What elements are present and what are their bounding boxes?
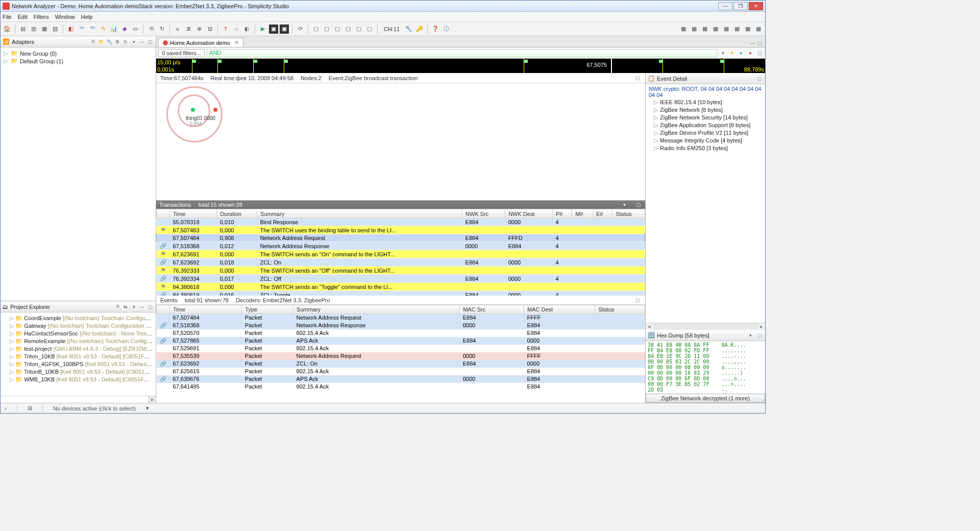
table-row[interactable]: 67,520570Packet802.15.4 AckE884	[157, 329, 645, 337]
channel-label[interactable]: CH:11	[381, 26, 403, 32]
tool-icon[interactable]: ≡	[173, 25, 182, 34]
scroll-left-icon[interactable]: ◂	[646, 323, 653, 330]
project-item[interactable]: ▷ 📁 RemoteExample [(No toolchain) Toolch…	[4, 337, 153, 345]
tool-icon[interactable]: ▧	[51, 25, 60, 34]
minimize-icon[interactable]: —	[138, 303, 145, 310]
menu-help[interactable]: Help	[81, 14, 93, 20]
folder-icon[interactable]: 📁	[97, 38, 105, 45]
maximize-icon[interactable]: ▢	[634, 297, 641, 304]
menu-filters[interactable]: Filters	[34, 14, 49, 20]
tool-icon[interactable]: ▢	[354, 25, 363, 34]
table-row[interactable]: 🔗84,3806190,016ZCL: ToggleE88400004	[157, 291, 645, 296]
maximize-icon[interactable]: ▢	[756, 40, 763, 47]
menu-icon[interactable]: ▾	[130, 38, 137, 45]
perspective-icon[interactable]: ▦	[711, 25, 720, 34]
close-icon[interactable]: ✕	[234, 39, 239, 46]
project-item[interactable]: ▷ 📁 TritonB_10KB [Keil 8051 v9.53 - Defa…	[4, 368, 153, 376]
table-row[interactable]: ⚑67,5074830,000The SWITCH uses the bindi…	[157, 226, 645, 234]
tool-icon[interactable]: ▣	[280, 25, 289, 34]
collapse-icon[interactable]: ⇆	[122, 303, 129, 310]
maximize-icon[interactable]: ▢	[634, 75, 641, 82]
table-row[interactable]: 67,529691Packet802.15.4 AckE884	[157, 345, 645, 352]
status-progress-icon[interactable]: ⊟	[28, 405, 32, 412]
detail-node[interactable]: ▷ZigBee Device Profile V2 [11 bytes]	[647, 129, 764, 137]
tool-icon[interactable]: ↻	[157, 25, 166, 34]
table-row[interactable]: 🔗67,623692PacketZCL: OnE8840000	[157, 360, 645, 368]
hex-dump-content[interactable]: 38 41 88 4B 8A 8A FF 8A.K.... FF 84 E8 0…	[646, 341, 765, 394]
project-tree[interactable]: ▷ 📁 CoordExample [(No toolchain) Toolcha…	[1, 312, 156, 396]
maximize-icon[interactable]: ▢	[146, 303, 154, 310]
tool-icon[interactable]: ⟲	[146, 25, 156, 34]
tool-icon[interactable]: ʰᴰ	[77, 25, 86, 34]
maximize-icon[interactable]: ▢	[756, 332, 763, 339]
tool-icon[interactable]: ▥	[29, 25, 38, 34]
tool-icon[interactable]: ❓	[431, 25, 440, 34]
star-icon[interactable]: ✦	[728, 50, 736, 57]
perspective-icon[interactable]: ▦	[732, 25, 742, 34]
scroll-right-icon[interactable]: ▸	[149, 396, 156, 403]
home-icon[interactable]: 🏠	[3, 25, 12, 34]
maximize-button[interactable]: ❐	[733, 2, 748, 10]
tab-close-icon[interactable]: ✕	[91, 38, 95, 45]
table-row[interactable]: 55,0783180,010Bind ResponseE88400004	[157, 219, 645, 226]
tab-close-icon[interactable]: ✕	[115, 303, 120, 310]
filter-icon[interactable]: ▢	[756, 50, 763, 57]
table-row[interactable]: 🔗67,5183680,012Network Address Response0…	[157, 242, 645, 250]
filter-expression-input[interactable]: AND	[207, 49, 717, 57]
perspective-icon[interactable]: ▦	[743, 25, 752, 34]
menu-icon[interactable]: ▾	[130, 303, 137, 310]
tool-icon[interactable]: ⊟	[205, 25, 214, 34]
tool-icon[interactable]: ▢	[344, 25, 353, 34]
minimize-icon[interactable]: —	[138, 38, 145, 45]
key-icon[interactable]: 🔧	[106, 38, 113, 45]
table-row[interactable]: 🔗76,3923340,017ZCL: OffE88400004	[157, 275, 645, 283]
close-button[interactable]: ✕	[749, 2, 763, 10]
perspective-icon[interactable]: ▦	[722, 25, 731, 34]
events-table[interactable]: TimeTypeSummaryMAC SrcMAC DestStatus67,5…	[156, 305, 645, 403]
table-row[interactable]: 67,641495Packet802.15.4 AckE884	[157, 383, 645, 391]
table-row[interactable]: ⚑84,3806180,000The SWITCH sends an "Togg…	[157, 283, 645, 291]
table-row[interactable]: 67,507484PacketNetwork Address RequestE8…	[157, 314, 645, 322]
tool-icon[interactable]: ▤	[18, 25, 28, 34]
detail-node[interactable]: ▷ZigBee Network [8 bytes]	[647, 106, 764, 114]
tree-item[interactable]: ▷📁New Group (0)	[4, 50, 153, 57]
tool-icon[interactable]: ⊕	[194, 25, 204, 34]
tool-icon[interactable]: ▦	[40, 25, 49, 34]
tool-icon[interactable]: ◧	[66, 25, 76, 34]
detail-node[interactable]: ▷ZigBee Application Support [8 bytes]	[647, 122, 764, 129]
tool-icon[interactable]: ≣	[184, 25, 193, 34]
tool-icon[interactable]: ▢	[311, 25, 321, 34]
table-row[interactable]: 67,5074840,908Network Address RequestE88…	[157, 234, 645, 242]
refresh-icon[interactable]: ↻	[122, 38, 129, 45]
timeline[interactable]: 15,00 p/s 0,001s 67,5075 88,789s	[156, 59, 765, 73]
editor-tab[interactable]: Home Automation demo ✕	[158, 38, 243, 47]
project-item[interactable]: ▷ 📁 Gateway [(No toolchain) Toolchain Co…	[4, 322, 153, 330]
node-device-icon[interactable]	[213, 108, 217, 112]
dropdown-icon[interactable]: ▾	[146, 405, 149, 412]
chart-icon[interactable]: 📊	[109, 25, 118, 34]
project-item[interactable]: ▷ 📁 CoordExample [(No toolchain) Toolcha…	[4, 315, 153, 322]
menu-window[interactable]: Window	[55, 14, 75, 20]
project-item[interactable]: ▷ 📁 Triton_10KB [Keil 8051 v9.53 - Defau…	[4, 353, 153, 360]
table-row[interactable]: 🔗67,639676PacketAPS Ack0000E884	[157, 375, 645, 383]
maximize-icon[interactable]: ▢	[756, 75, 763, 82]
tool-icon[interactable]: ᴾᴰ	[88, 25, 97, 34]
table-row[interactable]: 🔗67,518368PacketNetwork Address Response…	[157, 322, 645, 329]
minimize-button[interactable]: —	[718, 2, 732, 10]
table-row[interactable]: 🔗67,6236920,018ZCL: OnE88400004	[157, 258, 645, 267]
maximize-icon[interactable]: ▢	[635, 201, 642, 208]
text-icon[interactable]: T	[221, 25, 230, 34]
saved-filters-button[interactable]: 0 saved filters...	[158, 49, 205, 57]
table-row[interactable]: 🔗67,527865PacketAPS AckE8840000	[157, 337, 645, 345]
table-row[interactable]: 67,625615Packet802.15.4 AckE884	[157, 368, 645, 375]
key-icon[interactable]: 🔑	[415, 25, 424, 34]
scroll-right-icon[interactable]: ▸	[758, 323, 765, 330]
perspective-icon[interactable]: ▦	[679, 25, 688, 34]
detail-node[interactable]: ▷Radio Info EM250 [3 bytes]	[647, 144, 764, 152]
adapters-tree[interactable]: ▷📁New Group (0) ▷📁Default Group (1)	[1, 47, 156, 301]
help-icon[interactable]: ⓘ	[442, 25, 451, 34]
detail-root[interactable]: NWK crypto: ROOT, 04 04 04 04 04 04 04 0…	[647, 85, 764, 99]
tool-icon[interactable]: ○	[232, 25, 241, 34]
menu-icon[interactable]: ▾	[621, 201, 628, 208]
clear-icon[interactable]: ●	[747, 50, 754, 57]
